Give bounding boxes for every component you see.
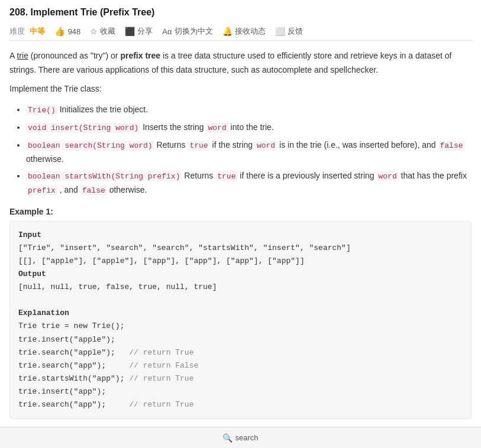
feedback-icon: ⬜ [275,27,285,36]
thumbs-up-icon: 👍 [54,26,66,37]
method-trie: Trie() Initializes the trie object. [26,103,472,117]
share-icon: ⬛ [125,27,135,36]
collect-label: 收藏 [100,26,115,37]
feedback-item[interactable]: ⬜ 反馈 [275,26,303,37]
notifications-item[interactable]: 🔔 接收动态 [222,26,266,37]
search-button[interactable]: 🔍 search [217,431,264,445]
bell-icon: 🔔 [222,27,233,36]
translate-icon: Aα [162,27,172,36]
difficulty-value: 中等 [30,27,45,35]
search-icon: 🔍 [222,433,233,443]
likes-count: 948 [68,27,81,36]
example-code-block: Input ["Trie", "insert", "search", "sear… [9,221,472,419]
feedback-label: 反馈 [288,26,303,37]
likes-item[interactable]: 👍 948 [54,26,81,37]
star-icon: ☆ [90,27,98,36]
problem-title: 208. Implement Trie (Prefix Tree) [9,7,472,18]
method-startswith: boolean startsWith(String prefix) Return… [26,169,472,197]
task-text: Implement the Trie class: [9,82,472,96]
switch-lang-item[interactable]: Aα 切换为中文 [162,26,212,37]
intro-text: A trie (pronounced as "try") or prefix t… [9,49,472,77]
example-title: Example 1: [9,207,472,216]
notifications-label: 接收动态 [235,26,266,37]
share-item[interactable]: ⬛ 分享 [125,26,153,37]
meta-row: 难度 中等 👍 948 ☆ 收藏 ⬛ 分享 Aα 切换为中文 🔔 接收动态 ⬜ … [9,22,472,41]
share-label: 分享 [137,26,153,37]
switch-lang-label: 切换为中文 [175,26,213,37]
collect-item[interactable]: ☆ 收藏 [90,26,115,37]
difficulty-label: 难度 中等 [9,26,45,37]
search-label: search [235,433,258,442]
methods-list: Trie() Initializes the trie object. void… [9,103,472,197]
method-insert: void insert(String word) Inserts the str… [26,121,472,135]
description-section: A trie (pronounced as "try") or prefix t… [9,49,472,96]
method-search: boolean search(String word) Returns true… [26,138,472,165]
bottom-bar: 🔍 search [0,427,481,448]
